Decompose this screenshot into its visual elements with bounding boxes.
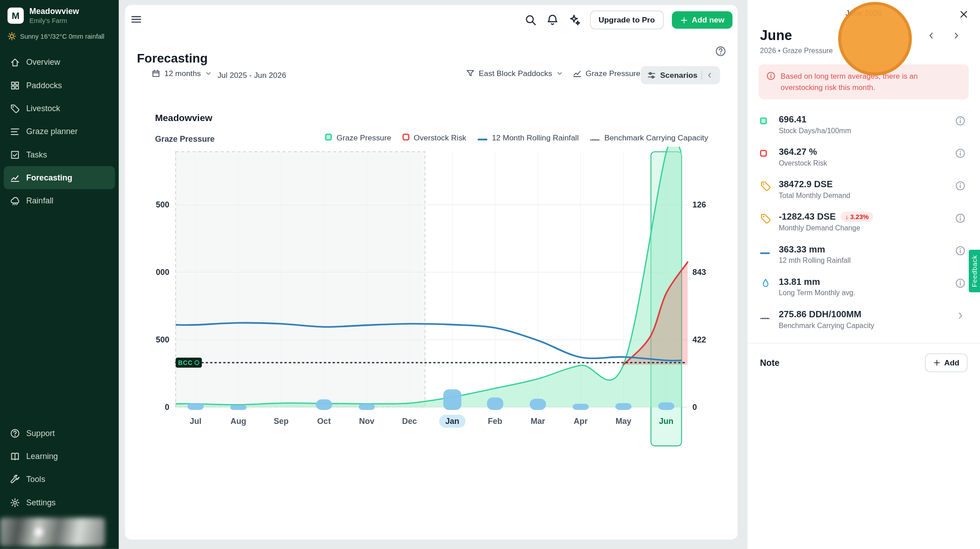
red-square-icon — [760, 147, 779, 159]
sidebar-item-learning[interactable]: Learning — [4, 445, 115, 468]
right-axis-tick: 843 — [693, 268, 706, 277]
month-label-may[interactable]: May — [616, 417, 631, 426]
sidebar-item-settings[interactable]: Settings — [4, 491, 115, 514]
rainfall-bar — [316, 399, 332, 410]
info-icon[interactable] — [955, 114, 967, 127]
weather-text: Sunny 16°/32°C 0mm rainfall — [20, 32, 104, 40]
sliders-icon — [647, 71, 657, 80]
hamburger-menu-icon[interactable] — [130, 12, 145, 27]
sidebar-item-rainfall[interactable]: Rainfall — [4, 189, 115, 212]
search-icon[interactable] — [524, 13, 538, 27]
user-avatar-blurred[interactable] — [0, 518, 105, 546]
right-axis-tick: 422 — [693, 335, 706, 344]
sidebar-item-label: Rainfall — [26, 196, 53, 206]
left-axis-tick: 000 — [156, 268, 169, 277]
chart-legend: Graze PressureOverstock Risk12 Month Rol… — [325, 134, 708, 142]
right-axis-tick: 0 — [693, 403, 697, 412]
date-range-dropdown[interactable]: 12 months — [151, 69, 213, 78]
stat-label: Total Monthly Demand — [779, 192, 955, 199]
past-region — [176, 152, 425, 407]
sidebar-item-livestock[interactable]: Livestock — [4, 97, 115, 120]
calendar-icon — [151, 69, 161, 78]
sidebar-item-forecasting[interactable]: Forecasting — [4, 166, 115, 189]
previous-month-button[interactable] — [926, 29, 940, 43]
month-label-aug[interactable]: Aug — [231, 417, 246, 426]
sidebar-item-label: Settings — [26, 498, 55, 507]
tag-amber-icon — [760, 179, 779, 194]
sidebar-footer-nav: SupportLearningToolsSettings — [0, 422, 119, 514]
month-label-jul[interactable]: Jul — [190, 417, 201, 426]
sidebar-item-label: Overview — [26, 58, 60, 67]
chevron-down-icon — [556, 69, 564, 77]
info-icon[interactable] — [955, 244, 967, 257]
stat-text: 38472.9 DSETotal Monthly Demand — [779, 179, 955, 199]
upgrade-to-pro-button[interactable]: Upgrade to Pro — [590, 11, 663, 30]
stat-value: 13.81 mm — [779, 277, 820, 287]
month-label-oct[interactable]: Oct — [317, 417, 331, 426]
logo-letter: M — [12, 10, 19, 21]
stat-row: 364.27 %Overstock Risk — [748, 140, 980, 173]
add-new-button[interactable]: Add new — [672, 11, 733, 29]
paddock-filter-dropdown[interactable]: East Block Paddocks — [466, 69, 564, 78]
sidebar-item-label: Tools — [26, 475, 45, 484]
month-label-dec[interactable]: Dec — [402, 417, 417, 426]
sidebar-item-support[interactable]: Support — [4, 422, 115, 445]
sidebar-item-graze-planner[interactable]: Graze planner — [4, 120, 115, 143]
change-badge: ↓ 3.23% — [841, 212, 873, 221]
grid-icon — [10, 80, 20, 90]
month-label-mar[interactable]: Mar — [531, 417, 545, 426]
sparkles-icon[interactable] — [568, 13, 582, 27]
sidebar-item-tasks[interactable]: Tasks — [4, 143, 115, 166]
add-new-label: Add new — [692, 16, 724, 24]
legend-label: Graze Pressure — [336, 134, 391, 142]
help-icon[interactable] — [715, 45, 728, 58]
chart-subtitle: Graze Pressure — [155, 134, 214, 144]
sidebar-item-label: Tasks — [26, 150, 47, 159]
legend-item: Overstock Risk — [403, 134, 467, 142]
farm-logo[interactable]: M — [8, 7, 24, 23]
chevron-right-icon[interactable] — [955, 309, 967, 322]
month-label-nov[interactable]: Nov — [359, 417, 374, 426]
dotted-line-icon — [760, 309, 779, 322]
month-label-feb[interactable]: Feb — [488, 417, 502, 426]
green-square-swatch — [325, 134, 332, 142]
info-icon[interactable] — [955, 147, 967, 159]
panel-header-date: June 2026 — [748, 0, 980, 18]
forecast-chart[interactable]: BCC50012600084350042200JulAugSepOctNovDe… — [150, 147, 712, 446]
legend-label: Overstock Risk — [414, 134, 467, 142]
legend-item: Benchmark Carrying Capacity — [590, 134, 708, 142]
feedback-tab[interactable]: Feedback — [969, 250, 980, 292]
info-icon[interactable] — [955, 179, 967, 192]
sidebar-item-overview[interactable]: Overview — [4, 50, 115, 73]
month-label-sep[interactable]: Sep — [274, 417, 289, 426]
month-subtitle: 2026 • Graze Pressure — [760, 47, 968, 54]
month-label-jan[interactable]: Jan — [445, 417, 459, 426]
stat-value: 363.33 mm — [779, 244, 825, 254]
notifications-bell-icon[interactable] — [546, 13, 560, 27]
book-icon — [10, 451, 20, 461]
rainfall-bar — [443, 389, 461, 410]
divider — [701, 71, 702, 80]
next-month-button[interactable] — [951, 29, 965, 43]
rainfall-bar — [658, 402, 674, 410]
stat-text: 13.81 mmLong Term Monthly avg. — [779, 277, 955, 297]
add-note-button[interactable]: Add — [925, 353, 967, 372]
tag-icon — [10, 104, 20, 113]
sidebar-item-label: Paddocks — [26, 81, 62, 90]
avatar — [34, 528, 43, 536]
month-label-jun[interactable]: Jun — [659, 417, 673, 426]
sidebar-item-paddocks[interactable]: Paddocks — [4, 74, 115, 97]
info-icon[interactable] — [955, 277, 967, 289]
sidebar-item-tools[interactable]: Tools — [4, 468, 115, 490]
metric-filter-dropdown[interactable]: Graze Pressure — [572, 69, 652, 78]
stat-value: 38472.9 DSE — [779, 179, 833, 189]
info-icon[interactable] — [955, 212, 967, 224]
page-title: Forecasting — [137, 51, 208, 66]
right-axis-tick: 126 — [693, 200, 706, 209]
stat-value: 696.41 — [779, 114, 807, 124]
date-range-text: Jul 2025 - Jun 2026 — [218, 71, 286, 80]
scenarios-button[interactable]: Scenarios — [641, 66, 720, 84]
stat-row: 363.33 mm12 mth Rolling Rainfall — [748, 238, 980, 270]
stat-label: Stock Days/ha/100mm — [779, 127, 955, 135]
month-label-apr[interactable]: Apr — [574, 417, 588, 426]
